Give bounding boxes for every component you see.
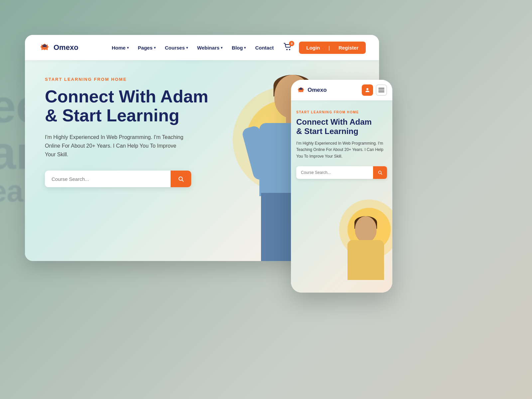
desktop-logo[interactable]: Omexo — [38, 42, 78, 53]
desktop-hero-content: START LEARNING FROM HOME Connect With Ad… — [45, 77, 218, 187]
logo-icon — [38, 42, 51, 53]
courses-chevron: ▾ — [186, 46, 188, 50]
cart-badge: 0 — [289, 41, 294, 46]
svg-point-1 — [289, 49, 290, 50]
svg-line-9 — [381, 173, 382, 174]
mobile-hero-subtitle: START LEARNING FROM HOME — [296, 110, 387, 114]
svg-rect-7 — [378, 91, 384, 92]
mobile-nav-icons — [362, 84, 387, 96]
mobile-user-button[interactable] — [362, 84, 373, 96]
nav-webinars[interactable]: Webinars ▾ — [197, 45, 222, 51]
mobile-person-head — [355, 216, 377, 242]
nav-pages[interactable]: Pages ▾ — [138, 45, 156, 51]
pages-chevron: ▾ — [154, 46, 156, 50]
mobile-logo[interactable]: Omexo — [296, 86, 362, 94]
mobile-person-shirt — [347, 240, 384, 280]
mobile-search-bar — [296, 166, 387, 179]
mobile-hero-title: Connect With Adam & Start Learning — [296, 117, 387, 136]
mobile-mockup: Omexo — [291, 80, 392, 293]
nav-courses[interactable]: Courses ▾ — [165, 45, 188, 51]
desktop-search-input[interactable] — [45, 171, 171, 187]
auth-buttons: Login | Register — [299, 42, 366, 54]
desktop-nav-links: Home ▾ Pages ▾ Courses ▾ Webinars ▾ Blog… — [112, 45, 274, 51]
mobile-logo-text: Omexo — [308, 87, 327, 93]
mobile-logo-icon — [296, 86, 306, 94]
desktop-search-bar — [45, 171, 191, 187]
mobile-search-icon — [378, 170, 382, 175]
desktop-navbar: Omexo Home ▾ Pages ▾ Courses ▾ Webinars … — [25, 35, 379, 60]
desktop-hero-desc: I'm Highly Experienced In Web Programmin… — [45, 133, 185, 159]
mobile-hero-desc: I'm Highly Experienced In Web Programmin… — [296, 140, 387, 160]
desktop-hero-title: Connect With Adam & Start Learning — [45, 87, 218, 125]
mobile-search-button[interactable] — [373, 166, 387, 179]
login-button[interactable]: Login — [299, 42, 327, 54]
auth-divider: | — [327, 42, 331, 54]
svg-point-0 — [286, 49, 288, 50]
mobile-menu-button[interactable] — [376, 84, 387, 96]
mobile-person — [339, 216, 392, 293]
svg-rect-6 — [378, 90, 384, 91]
mobile-navbar: Omexo — [291, 80, 392, 100]
hamburger-icon — [378, 88, 384, 92]
mobile-search-input[interactable] — [296, 166, 373, 179]
home-chevron: ▾ — [127, 46, 129, 50]
desktop-logo-text: Omexo — [54, 43, 78, 52]
webinars-chevron: ▾ — [221, 46, 222, 50]
desktop-search-button[interactable] — [171, 171, 191, 187]
register-button[interactable]: Register — [331, 42, 366, 54]
user-icon — [364, 87, 370, 93]
mobile-hero: START LEARNING FROM HOME Connect With Ad… — [291, 100, 392, 293]
nav-contact[interactable]: Contact — [255, 45, 274, 51]
blog-chevron: ▾ — [244, 46, 246, 50]
desktop-hero-subtitle: START LEARNING FROM HOME — [45, 77, 218, 82]
svg-line-3 — [182, 180, 183, 182]
nav-blog[interactable]: Blog ▾ — [232, 45, 246, 51]
svg-point-4 — [366, 88, 368, 90]
mobile-hero-content: START LEARNING FROM HOME Connect With Ad… — [296, 110, 387, 179]
cart-button[interactable]: 0 — [284, 43, 292, 52]
search-icon — [178, 176, 184, 182]
svg-rect-5 — [378, 88, 384, 89]
nav-home[interactable]: Home ▾ — [112, 45, 129, 51]
